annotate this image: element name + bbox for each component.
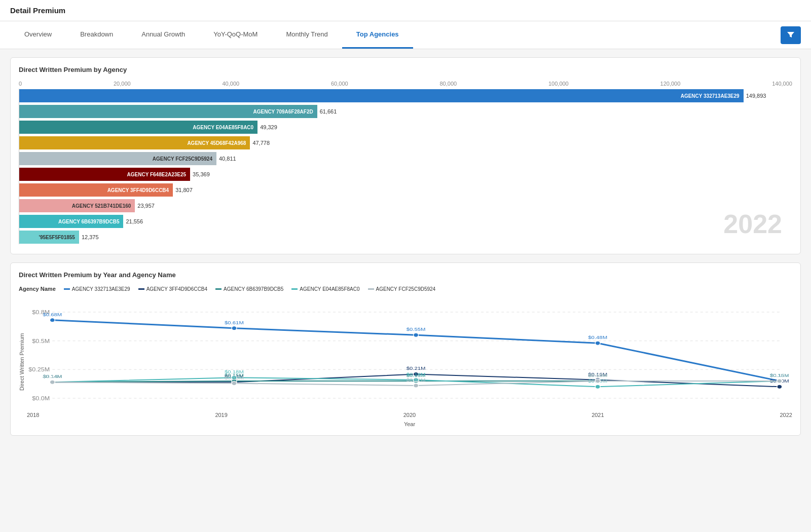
svg-text:$0.25M: $0.25M bbox=[28, 367, 50, 373]
svg-point-52 bbox=[414, 384, 419, 388]
bar-row: AGENCY FCF25C9D592440,811 bbox=[19, 151, 792, 166]
svg-text:$0.11M: $0.11M bbox=[407, 377, 426, 383]
bar: AGENCY 6B6397B9DCB5 bbox=[19, 215, 123, 228]
bar: AGENCY 3FF4D9D6CCB4 bbox=[19, 183, 173, 197]
svg-point-14 bbox=[595, 341, 600, 345]
bar-label: AGENCY 521B741DE160 bbox=[70, 203, 133, 209]
bar-value: 31,807 bbox=[175, 187, 193, 193]
legend-title: Agency Name bbox=[19, 286, 56, 292]
x-axis-label: 100,000 bbox=[548, 81, 569, 87]
svg-text:$0.68M: $0.68M bbox=[43, 312, 62, 317]
bar-chart-card: Direct Written Premium by Agency 020,000… bbox=[10, 57, 801, 254]
x-year-label: 2021 bbox=[592, 412, 604, 418]
bar-chart-container: 020,00040,00060,00080,000100,000120,0001… bbox=[19, 81, 792, 244]
legend-item: AGENCY 332713AE3E29 bbox=[64, 286, 130, 292]
tab-yoy-qoq-mom[interactable]: YoY-QoQ-MoM bbox=[199, 21, 272, 49]
tab-annual-growth[interactable]: Annual Growth bbox=[127, 21, 199, 49]
bar: AGENCY FCF25C9D5924 bbox=[19, 152, 216, 165]
x-axis-label: 80,000 bbox=[439, 81, 457, 87]
tab-overview[interactable]: Overview bbox=[10, 21, 66, 49]
legend-color bbox=[215, 288, 222, 290]
bar-row: AGENCY F648E2A23E2535,369 bbox=[19, 167, 792, 181]
tab-monthly-trend[interactable]: Monthly Trend bbox=[272, 21, 342, 49]
bar-label: AGENCY 6B6397B9DCB5 bbox=[56, 219, 121, 224]
svg-point-44 bbox=[595, 385, 600, 389]
svg-point-56 bbox=[777, 379, 782, 383]
svg-text:$0.0M: $0.0M bbox=[32, 396, 50, 401]
x-year-label: 2019 bbox=[215, 412, 227, 418]
legend-series-name: AGENCY 3FF4D9D6CCB4 bbox=[146, 286, 207, 292]
legend-series-name: AGENCY 6B6397B9DCB5 bbox=[224, 286, 283, 292]
bar-row: AGENCY E04AE85F8AC049,329 bbox=[19, 120, 792, 134]
svg-text:$0.15M: $0.15M bbox=[770, 373, 789, 378]
bar-label: AGENCY 332713AE3E29 bbox=[679, 93, 742, 99]
legend-item: AGENCY 6B6397B9DCB5 bbox=[215, 286, 283, 292]
x-axis-years: 20182019202020212022 bbox=[27, 410, 792, 420]
svg-point-8 bbox=[50, 318, 55, 322]
svg-point-26 bbox=[777, 385, 782, 389]
bar: AGENCY F648E2A23E25 bbox=[19, 168, 190, 181]
tabs-list: OverviewBreakdownAnnual GrowthYoY-QoQ-Mo… bbox=[10, 21, 413, 49]
bar: '95E5F5F01855 bbox=[19, 231, 79, 244]
bar: AGENCY 521B741DE160 bbox=[19, 199, 135, 212]
svg-point-50 bbox=[232, 382, 237, 386]
svg-text:$0.14M: $0.14M bbox=[43, 374, 62, 379]
bar-value: 61,661 bbox=[320, 108, 337, 115]
bar: AGENCY 332713AE3E29 bbox=[19, 89, 744, 102]
bar-label: AGENCY 45D68F42A968 bbox=[185, 140, 248, 146]
bar-value: 49,329 bbox=[260, 124, 277, 130]
bar-label: AGENCY E04AE85F8AC0 bbox=[191, 125, 255, 130]
chart-with-axes: Direct Written Premium $0.0M$0.25M$0.5M$… bbox=[19, 297, 792, 427]
x-axis-label: 120,000 bbox=[660, 81, 681, 87]
svg-text:$0.48M: $0.48M bbox=[588, 335, 607, 340]
legend-series-name: AGENCY FCF25C9D5924 bbox=[376, 286, 436, 292]
main-content: Direct Written Premium by Agency 020,000… bbox=[0, 49, 811, 444]
legend-series-name: AGENCY E04AE85F8AC0 bbox=[300, 286, 359, 292]
x-axis-label: 40,000 bbox=[222, 81, 239, 87]
svg-point-54 bbox=[595, 379, 600, 383]
x-axis-label: 20,000 bbox=[114, 81, 131, 87]
bar: AGENCY 45D68F42A968 bbox=[19, 136, 250, 149]
bar-value: 12,375 bbox=[82, 234, 99, 240]
svg-text:$0.61M: $0.61M bbox=[225, 320, 244, 325]
x-year-label: 2018 bbox=[27, 412, 39, 418]
legend: Agency NameAGENCY 332713AE3E29AGENCY 3FF… bbox=[19, 286, 792, 292]
svg-text:$0.18M: $0.18M bbox=[225, 369, 244, 374]
page-header: Detail Premium bbox=[0, 0, 811, 21]
legend-series-name: AGENCY 332713AE3E29 bbox=[72, 286, 130, 292]
x-axis-label: 0 bbox=[19, 81, 22, 87]
svg-text:$0.55M: $0.55M bbox=[407, 327, 426, 332]
line-chart-title: Direct Written Premium by Year and Agenc… bbox=[19, 271, 792, 279]
legend-item: AGENCY E04AE85F8AC0 bbox=[291, 286, 359, 292]
filter-button[interactable] bbox=[781, 26, 801, 44]
x-year-label: 2020 bbox=[403, 412, 416, 418]
bar-row: AGENCY 332713AE3E29149,893 bbox=[19, 89, 792, 103]
bar-row: '95E5F5F0185512,375 bbox=[19, 230, 792, 244]
tab-top-agencies[interactable]: Top Agencies bbox=[342, 21, 413, 49]
bar-label: '95E5F5F01855 bbox=[37, 235, 77, 240]
bar-value: 47,778 bbox=[252, 140, 270, 146]
watermark: 2022 bbox=[723, 209, 782, 239]
bar-row: AGENCY 3FF4D9D6CCB431,807 bbox=[19, 183, 792, 197]
page-title: Detail Premium bbox=[10, 6, 65, 15]
svg-point-12 bbox=[414, 333, 419, 337]
bar-value: 21,556 bbox=[126, 218, 143, 224]
tabs-bar: OverviewBreakdownAnnual GrowthYoY-QoQ-Mo… bbox=[0, 21, 811, 49]
bar-value: 23,957 bbox=[137, 203, 155, 209]
x-year-label: 2022 bbox=[780, 412, 792, 418]
svg-text:$0.16M: $0.16M bbox=[407, 372, 426, 377]
bar-value: 35,369 bbox=[193, 171, 210, 177]
line-chart-card: Direct Written Premium by Year and Agenc… bbox=[10, 262, 801, 436]
legend-item: AGENCY FCF25C9D5924 bbox=[368, 286, 436, 292]
svg-point-48 bbox=[50, 380, 55, 384]
svg-text:$0.21M: $0.21M bbox=[407, 366, 426, 371]
bar-row: AGENCY 45D68F42A96847,778 bbox=[19, 136, 792, 150]
svg-text:$0.15M: $0.15M bbox=[588, 373, 607, 378]
bars-area: AGENCY 332713AE3E29149,893AGENCY 709A6F2… bbox=[19, 89, 792, 244]
bar-label: AGENCY 3FF4D9D6CCB4 bbox=[105, 187, 171, 193]
tab-breakdown[interactable]: Breakdown bbox=[66, 21, 127, 49]
svg-text:$0.5M: $0.5M bbox=[32, 338, 50, 344]
bar-value: 40,811 bbox=[219, 156, 236, 162]
bar-row: AGENCY 709A6F28AF2D61,661 bbox=[19, 104, 792, 119]
bar-row: AGENCY 521B741DE16023,957 bbox=[19, 199, 792, 213]
